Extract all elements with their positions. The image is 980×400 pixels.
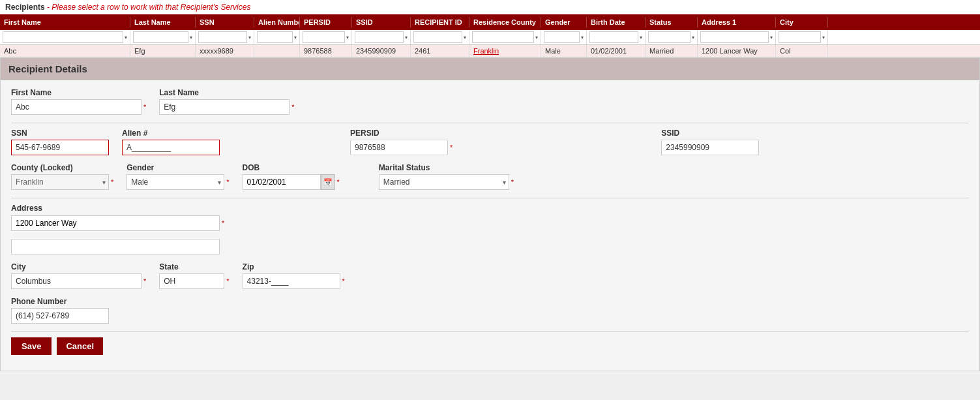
table-row[interactable]: Abc Efg xxxxx9689 9876588 2345990909 246… xyxy=(0,45,980,57)
filter-ssn-input[interactable] xyxy=(198,31,247,43)
dob-label: DOB xyxy=(243,163,340,172)
col-header-gender: Gender xyxy=(541,17,587,27)
alien-input[interactable] xyxy=(122,140,220,155)
cell-birthdate: 01/02/2001 xyxy=(587,45,646,57)
gender-select[interactable]: Male Female xyxy=(126,174,224,190)
filter-ssn-icon[interactable]: ▾ xyxy=(248,35,251,40)
cell-recipid: 2461 xyxy=(411,45,469,57)
ssn-input[interactable] xyxy=(11,140,109,155)
filter-alien[interactable]: ▾ xyxy=(254,30,300,44)
form-row-address: Address * xyxy=(11,204,969,254)
col-header-address1: Address 1 xyxy=(698,17,776,27)
calendar-button[interactable]: 📅 xyxy=(321,174,335,190)
filter-address1[interactable]: ▾ xyxy=(698,30,776,44)
phone-input[interactable] xyxy=(11,308,109,324)
filter-firstname[interactable]: ▾ xyxy=(0,30,130,44)
filter-ssn[interactable]: ▾ xyxy=(196,30,254,44)
filter-alien-input[interactable] xyxy=(257,31,293,43)
county-label: County (Locked) xyxy=(11,163,113,172)
marital-select[interactable]: Married Single Divorced Widowed xyxy=(379,174,509,190)
cell-lastname: Efg xyxy=(130,45,196,57)
lastname-input[interactable] xyxy=(159,99,290,115)
zip-input[interactable] xyxy=(243,273,340,289)
col-header-ssid: SSID xyxy=(352,17,411,27)
form-group-firstname: First Name * xyxy=(11,88,146,115)
filter-persid-icon[interactable]: ▾ xyxy=(346,35,349,40)
address1-input[interactable] xyxy=(11,215,220,231)
filter-recipid-icon[interactable]: ▾ xyxy=(464,35,466,40)
filter-firstname-input[interactable] xyxy=(3,31,123,43)
city-required: * xyxy=(143,277,146,285)
address2-input[interactable] xyxy=(11,239,220,254)
city-input[interactable] xyxy=(11,273,141,289)
persid-required: * xyxy=(450,144,453,151)
filter-recipid-input[interactable] xyxy=(413,31,462,43)
filter-rescounty-input[interactable] xyxy=(472,31,534,43)
form-group-phone: Phone Number xyxy=(11,297,109,324)
state-input[interactable] xyxy=(159,273,224,289)
filter-city-icon[interactable]: ▾ xyxy=(822,35,825,40)
top-bar: Recipients - Please select a row to work… xyxy=(0,0,980,14)
filter-firstname-icon[interactable]: ▾ xyxy=(125,35,127,40)
filter-ssid-icon[interactable]: ▾ xyxy=(405,35,408,40)
filter-row: ▾ ▾ ▾ ▾ ▾ xyxy=(0,30,980,45)
filter-city[interactable]: ▾ xyxy=(776,30,828,44)
grid-header: First Name Last Name SSN Alien Number PE… xyxy=(0,14,980,30)
filter-recipid[interactable]: ▾ xyxy=(411,30,469,44)
firstname-input[interactable] xyxy=(11,99,141,115)
filter-ssid[interactable]: ▾ xyxy=(352,30,411,44)
filter-lastname-icon[interactable]: ▾ xyxy=(190,35,192,40)
col-header-status: Status xyxy=(646,17,698,27)
filter-birthdate[interactable]: ▾ xyxy=(587,30,646,44)
county-required: * xyxy=(111,178,113,186)
form-group-ssn: SSN xyxy=(11,129,109,155)
form-group-dob: DOB 📅 * xyxy=(243,163,340,190)
filter-status[interactable]: ▾ xyxy=(646,30,698,44)
form-group-state: State * xyxy=(159,262,229,289)
county-select[interactable]: Franklin xyxy=(11,174,109,190)
filter-city-input[interactable] xyxy=(779,31,821,43)
save-button[interactable]: Save xyxy=(11,337,52,355)
form-row-phone: Phone Number xyxy=(11,297,969,324)
filter-gender[interactable]: ▾ xyxy=(541,30,587,44)
col-header-lastname: Last Name xyxy=(130,17,196,27)
recipients-subtitle: - Please select a row to work with that … xyxy=(47,3,250,12)
detail-section: Recipient Details First Name * Last Name… xyxy=(0,57,980,371)
cell-persid: 9876588 xyxy=(300,45,352,57)
filter-rescounty[interactable]: ▾ xyxy=(469,30,541,44)
filter-birthdate-input[interactable] xyxy=(589,31,638,43)
detail-body: First Name * Last Name * SSN xyxy=(1,80,979,371)
cell-ssid: 2345990909 xyxy=(352,45,411,57)
form-row-ids: SSN Alien # PERSID * SSID xyxy=(11,129,969,155)
form-row-csz: City * State * Zip * xyxy=(11,262,969,289)
filter-address1-input[interactable] xyxy=(700,31,769,43)
filter-address1-icon[interactable]: ▾ xyxy=(770,35,773,40)
filter-status-icon[interactable]: ▾ xyxy=(692,35,694,40)
form-group-county: County (Locked) Franklin * xyxy=(11,163,113,190)
firstname-label: First Name xyxy=(11,88,146,97)
filter-persid[interactable]: ▾ xyxy=(300,30,352,44)
filter-ssid-input[interactable] xyxy=(355,31,404,43)
divider3 xyxy=(11,331,969,332)
filter-status-input[interactable] xyxy=(648,31,690,43)
filter-lastname[interactable]: ▾ xyxy=(130,30,196,44)
filter-lastname-input[interactable] xyxy=(133,31,188,43)
filter-gender-icon[interactable]: ▾ xyxy=(581,35,584,40)
phone-label: Phone Number xyxy=(11,297,109,306)
filter-alien-icon[interactable]: ▾ xyxy=(294,35,297,40)
filter-rescounty-icon[interactable]: ▾ xyxy=(535,35,538,40)
filter-birthdate-icon[interactable]: ▾ xyxy=(640,35,642,40)
filter-gender-input[interactable] xyxy=(544,31,580,43)
cell-status: Married xyxy=(646,45,698,57)
gender-required: * xyxy=(226,178,229,186)
filter-persid-input[interactable] xyxy=(303,31,345,43)
cell-rescounty[interactable]: Franklin xyxy=(469,45,541,57)
cancel-button[interactable]: Cancel xyxy=(57,337,103,355)
dob-input[interactable] xyxy=(243,174,321,190)
city-label: City xyxy=(11,262,146,271)
form-group-marital: Marital Status Married Single Divorced W… xyxy=(379,163,514,190)
ssid-input[interactable] xyxy=(661,140,759,155)
persid-input[interactable] xyxy=(350,140,448,155)
address-label: Address xyxy=(11,204,42,213)
zip-label: Zip xyxy=(243,262,345,271)
